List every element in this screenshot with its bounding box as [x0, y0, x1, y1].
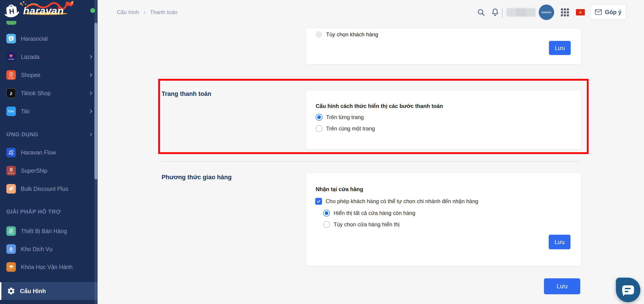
radio-option-tuy-chon-cua-hang[interactable]: Tùy chọn cửa hàng hiển thị — [323, 221, 400, 228]
pos-device-icon — [6, 226, 16, 236]
service-warehouse-icon — [6, 244, 16, 254]
sidebar-item-label: Tiktok Shop — [21, 90, 50, 97]
radio-option-tren-tung-trang[interactable]: Trên từng trang — [316, 114, 364, 121]
sidebar-item-label: Bulk Discount Plus — [21, 186, 68, 192]
training-course-icon — [6, 262, 16, 272]
radio-unselected-icon[interactable] — [323, 221, 330, 228]
chevron-right-icon — [89, 91, 93, 95]
envelope-icon — [595, 9, 602, 15]
customer-options-card: Tùy chọn khách hàng Lưu — [306, 28, 581, 64]
shopee-icon: S Shopee — [6, 70, 16, 80]
sidebar-item-label: Haravan Flow — [21, 149, 56, 156]
partially-visible-menu-icon — [6, 21, 16, 25]
svg-text:%: % — [11, 188, 12, 190]
sidebar-item-label: Thiết Bị Bán Hàng — [21, 228, 67, 234]
svg-text:+: + — [13, 186, 14, 188]
sidebar-item-tiktok-shop[interactable]: ♪ Tiktok Shop — [0, 84, 98, 102]
account-avatar[interactable]: haravan — [539, 5, 554, 20]
tiktok-icon: ♪ — [6, 88, 16, 98]
haravan-admin-page: H haravan — [0, 0, 644, 304]
breadcrumb-parent[interactable]: Cấu hình — [117, 9, 139, 16]
haravan-logo[interactable]: H haravan — [3, 1, 95, 21]
feedback-button[interactable]: Góp ý — [590, 4, 626, 20]
sidebar-section-apps[interactable]: ỨNG DỤNG — [0, 129, 98, 139]
radio-icon[interactable] — [316, 31, 322, 38]
sidebar-item-haravan-flow[interactable]: Haravan Flow — [0, 143, 98, 162]
active-indicator-bar — [0, 282, 1, 300]
sidebar-item-tiki[interactable]: TIKI Tiki — [0, 102, 98, 120]
breadcrumb: Cấu hình › Thanh toán — [117, 9, 178, 16]
page-save-button[interactable]: Lưu — [544, 278, 580, 294]
save-button[interactable]: Lưu — [549, 235, 570, 249]
store-name-redacted — [506, 8, 536, 17]
sidebar-item-label: Khóa Học Vận Hành — [21, 264, 72, 270]
language-flag-vietnam[interactable]: ★ — [576, 9, 585, 16]
apps-grid-icon[interactable] — [561, 9, 569, 17]
haravan-flow-icon — [6, 148, 16, 157]
chevron-right-icon — [89, 55, 93, 59]
sidebar-item-khoa-hoc-van-hanh[interactable]: Khóa Học Vận Hành — [0, 258, 98, 276]
radio-selected-icon[interactable] — [323, 210, 330, 217]
section-title-trang-thanh-toan: Trang thanh toán — [162, 90, 211, 97]
section-divider — [161, 77, 580, 77]
radio-option-hien-thi-tat-ca[interactable]: Hiển thị tất cả cửa hàng còn hàng — [323, 210, 415, 217]
section-title-phuong-thuc-giao-hang: Phương thức giao hàng — [162, 174, 232, 181]
shopping-bag-icon: H — [4, 2, 20, 19]
sidebar-item-label: Kho Dịch Vụ — [21, 246, 52, 252]
section-divider — [161, 161, 580, 162]
bulk-discount-plus-icon: % + — [6, 184, 16, 194]
sidebar-item-kho-dich-vu[interactable]: Kho Dịch Vụ — [0, 240, 98, 258]
sidebar-section-support: GIẢI PHÁP HỖ TRỢ — [0, 207, 98, 217]
gear-icon — [7, 287, 16, 295]
chat-bubble-icon — [622, 285, 634, 294]
search-icon[interactable] — [477, 8, 486, 17]
sidebar-item-thiet-bi-ban-hang[interactable]: Thiết Bị Bán Hàng — [0, 222, 98, 240]
checkout-steps-card: Cấu hình cách thức hiển thị các bước tha… — [306, 90, 581, 149]
radio-option-tren-cung-mot-trang[interactable]: Trên cùng một trang — [316, 125, 375, 132]
sidebar-item-supership[interactable]: S SuperShip SuperShip — [0, 162, 98, 180]
sidebar-item-cau-hinh-active[interactable]: Cấu Hình — [0, 282, 98, 300]
checkbox-checked-icon[interactable] — [315, 198, 322, 205]
supership-icon: S SuperShip — [6, 166, 16, 175]
radio-unselected-icon[interactable] — [316, 125, 322, 132]
top-header: Cấu hình › Thanh toán haravan ★ Góp ý — [98, 0, 644, 24]
harasocial-icon — [6, 34, 16, 43]
svg-text:S: S — [10, 73, 12, 76]
sidebar-item-label: Cấu Hình — [20, 288, 46, 295]
sidebar-item-lazada[interactable]: Lazada Lazada — [0, 48, 98, 66]
sidebar-item-label: Lazada — [21, 54, 40, 60]
sidebar-item-label: Harasocial — [21, 36, 48, 42]
notifications-bell-icon[interactable] — [490, 8, 500, 17]
sidebar-item-harasocial[interactable]: Harasocial — [0, 30, 98, 48]
chevron-right-icon — [89, 73, 93, 77]
save-button[interactable]: Lưu — [549, 41, 571, 55]
breadcrumb-separator-icon: › — [144, 9, 145, 16]
sidebar-item-label: Tiki — [21, 108, 30, 115]
sidebar-item-shopee[interactable]: S Shopee Shopee — [0, 66, 98, 84]
breadcrumb-current: Thanh toán — [150, 9, 177, 16]
svg-text:H: H — [9, 7, 15, 16]
chevron-right-icon — [89, 109, 93, 113]
tiki-icon: TIKI — [6, 107, 16, 116]
lazada-icon: Lazada — [6, 52, 16, 62]
chat-widget-button[interactable] — [616, 278, 640, 302]
header-divider — [502, 7, 503, 18]
sidebar-scrollbar-thumb[interactable] — [94, 23, 97, 180]
chevron-right-icon — [89, 132, 93, 136]
shipping-method-card: Nhận tại cửa hàng Cho phép khách hàng có… — [306, 173, 581, 266]
card-heading: Cấu hình cách thức hiển thị các bước tha… — [316, 103, 443, 109]
sidebar-item-label: Shopee — [21, 72, 40, 78]
sidebar-item-label: SuperShip — [21, 168, 48, 174]
card-heading: Nhận tại cửa hàng — [316, 186, 363, 193]
logo-wordmark: haravan — [23, 5, 64, 17]
radio-option-tuy-chon-khach-hang[interactable]: Tùy chọn khách hàng — [316, 31, 378, 38]
radio-selected-icon[interactable] — [316, 114, 322, 121]
sidebar: H haravan — [0, 0, 98, 304]
checkbox-option-cho-phep-chon-chi-nhanh[interactable]: Cho phép khách hàng có thể tự chọn chi n… — [315, 198, 478, 205]
sidebar-item-bulk-discount-plus[interactable]: % + Bulk Discount Plus — [0, 180, 98, 198]
